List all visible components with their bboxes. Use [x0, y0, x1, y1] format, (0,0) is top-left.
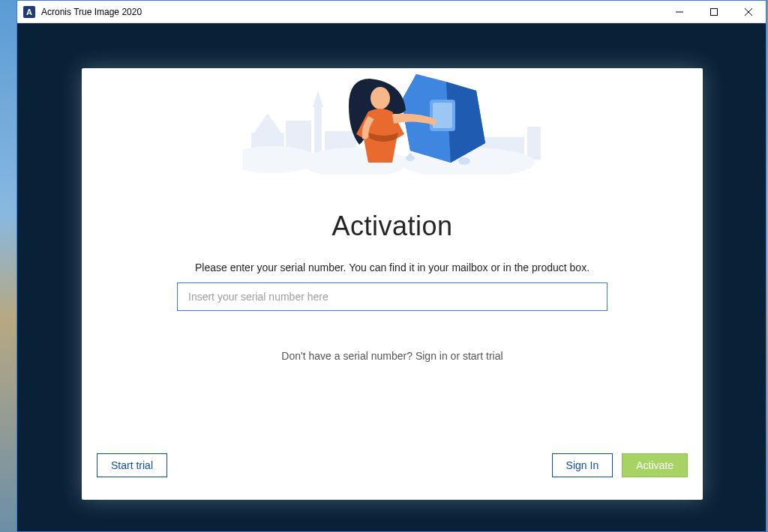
svg-rect-19 — [433, 103, 452, 128]
app-body: Activation Please enter your serial numb… — [17, 23, 766, 531]
no-serial-hint: Don't have a serial number? Sign in or s… — [281, 350, 502, 362]
illustration-svg — [242, 68, 542, 175]
svg-point-21 — [458, 157, 470, 165]
activation-panel: Activation Please enter your serial numb… — [82, 68, 703, 500]
close-button[interactable] — [731, 1, 766, 22]
serial-number-input[interactable] — [177, 282, 608, 311]
maximize-button[interactable] — [697, 1, 731, 22]
app-window: A Acronis True Image 2020 — [16, 0, 766, 532]
svg-rect-1 — [711, 8, 718, 15]
app-icon: A — [23, 6, 35, 18]
app-icon-letter: A — [26, 7, 32, 16]
svg-point-20 — [406, 155, 415, 161]
panel-footer: Start trial Sign In Activate — [82, 446, 703, 500]
sign-in-button[interactable]: Sign In — [552, 453, 614, 477]
svg-rect-7 — [314, 107, 322, 158]
minimize-button[interactable] — [662, 1, 697, 22]
window-title: Acronis True Image 2020 — [41, 7, 142, 17]
activation-illustration — [82, 68, 703, 175]
svg-marker-5 — [254, 113, 281, 133]
start-trial-button[interactable]: Start trial — [97, 453, 167, 477]
activation-content: Activation Please enter your serial numb… — [82, 175, 703, 446]
activation-heading: Activation — [332, 211, 452, 242]
svg-point-22 — [370, 87, 390, 109]
activation-instruction: Please enter your serial number. You can… — [195, 262, 590, 273]
svg-marker-8 — [313, 91, 323, 107]
desktop-background: A Acronis True Image 2020 — [0, 0, 768, 532]
activate-button[interactable]: Activate — [622, 453, 688, 477]
svg-rect-11 — [527, 127, 541, 160]
titlebar: A Acronis True Image 2020 — [17, 1, 766, 23]
window-controls — [662, 1, 766, 22]
